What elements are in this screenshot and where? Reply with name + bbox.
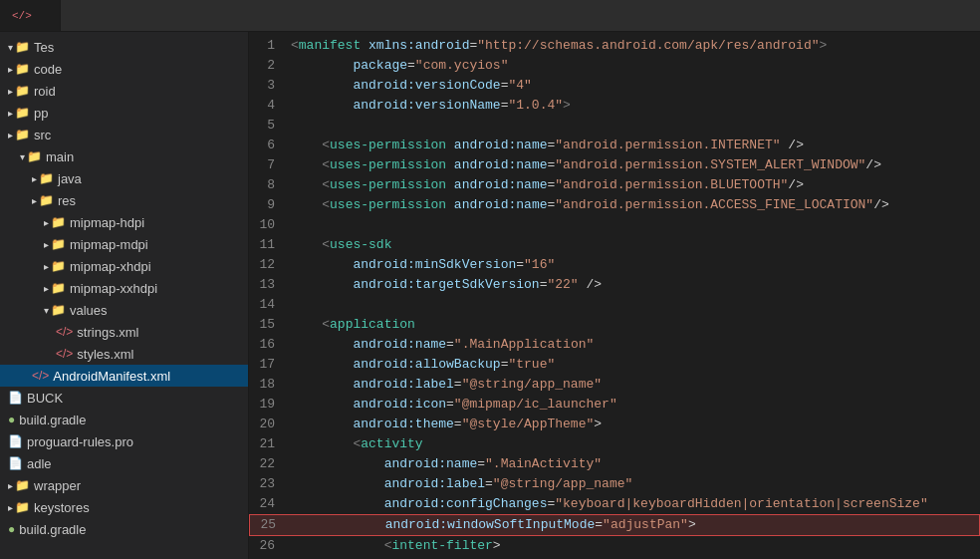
sidebar-item-adle[interactable]: 📄adle xyxy=(0,452,248,474)
file-icon: 📄 xyxy=(8,434,23,448)
folder-icon: 📁 xyxy=(15,84,30,98)
sidebar-item-res[interactable]: ▸📁res xyxy=(0,189,248,211)
line-content[interactable]: package="com.ycyios" xyxy=(291,56,972,76)
line-content[interactable]: <intent-filter> xyxy=(291,536,972,556)
line-content[interactable]: <uses-permission android:name="android.p… xyxy=(291,136,972,155)
line-content[interactable]: <uses-permission android:name="android.p… xyxy=(291,175,972,195)
line-content[interactable]: <uses-permission android:name="android.p… xyxy=(291,195,972,215)
folder-icon: 📁 xyxy=(51,259,66,273)
plain-token: = xyxy=(446,397,454,412)
editor-line-26: 26 <intent-filter> xyxy=(249,536,980,556)
sidebar-item-styles-xml[interactable]: </>styles.xml xyxy=(0,343,248,365)
editor-line-22: 22 android:name=".MainActivity" xyxy=(249,454,980,474)
sidebar-item-label: code xyxy=(34,62,62,77)
value-token: "android.permission.SYSTEM_ALERT_WINDOW" xyxy=(555,157,865,172)
tag-token: uses-permission xyxy=(330,197,446,212)
sidebar: ▾📁Tes▸📁code▸📁roid▸📁pp▸📁src▾📁main▸📁java▸📁… xyxy=(0,32,249,559)
value-token: "android.permission.BLUETOOTH" xyxy=(555,177,788,192)
line-content[interactable]: android:configChanges="keyboard|keyboard… xyxy=(291,494,972,514)
line-content[interactable]: android:name=".MainActivity" xyxy=(291,454,972,474)
line-content[interactable]: android:versionName="1.0.4"> xyxy=(291,96,972,116)
line-content[interactable]: android:windowSoftInputMode="adjustPan"> xyxy=(292,515,971,535)
line-content[interactable]: android:versionCode="4" xyxy=(291,76,972,96)
sidebar-item-mipmap-hdpi[interactable]: ▸📁mipmap-hdpi xyxy=(0,211,248,233)
line-number: 18 xyxy=(249,375,291,395)
plain-token xyxy=(291,157,322,172)
chevron-icon: ▸ xyxy=(8,86,13,97)
line-content[interactable]: android:label="@string/app_name" xyxy=(291,375,972,395)
sidebar-item-code[interactable]: ▸📁code xyxy=(0,58,248,80)
editor[interactable]: 1<manifest xmlns:android="http://schemas… xyxy=(249,32,980,559)
sidebar-item-values[interactable]: ▾📁values xyxy=(0,299,248,321)
sidebar-item-proguard[interactable]: 📄proguard-rules.pro xyxy=(0,430,248,452)
line-content[interactable]: android:allowBackup="true" xyxy=(291,355,972,375)
sidebar-item-label: java xyxy=(58,171,82,186)
line-content[interactable]: <uses-permission android:name="android.p… xyxy=(291,155,972,175)
sidebar-item-build-gradle[interactable]: ●build.gradle xyxy=(0,409,248,430)
chevron-icon: ▸ xyxy=(8,108,13,119)
editor-line-24: 24 android:configChanges="keyboard|keybo… xyxy=(249,494,980,514)
value-token: "true" xyxy=(508,357,555,372)
chevron-icon: ▸ xyxy=(32,173,37,184)
line-number: 14 xyxy=(249,295,291,315)
line-content[interactable]: android:name=".MainApplication" xyxy=(291,335,972,355)
bracket-token: < xyxy=(322,237,330,252)
sidebar-item-mipmap-xhdpi[interactable]: ▸📁mipmap-xhdpi xyxy=(0,255,248,277)
plain-token xyxy=(291,337,353,352)
line-content[interactable]: android:theme="@style/AppTheme"> xyxy=(291,415,972,434)
line-content[interactable]: android:targetSdkVersion="22" /> xyxy=(291,275,972,295)
line-number: 17 xyxy=(249,355,291,375)
value-token: "adjustPan" xyxy=(603,517,688,532)
line-content[interactable] xyxy=(291,215,972,235)
sidebar-item-main[interactable]: ▾📁main xyxy=(0,145,248,167)
tab-bar: </> xyxy=(0,0,980,32)
line-content[interactable] xyxy=(291,116,972,136)
sidebar-item-src[interactable]: ▸📁src xyxy=(0,124,248,145)
line-number: 12 xyxy=(249,255,291,275)
line-content[interactable]: <activity xyxy=(291,434,972,454)
sidebar-item-label: build.gradle xyxy=(19,522,86,537)
sidebar-item-label: mipmap-hdpi xyxy=(70,215,144,230)
sidebar-item-label: strings.xml xyxy=(77,325,138,340)
line-content[interactable]: android:icon="@mipmap/ic_launcher" xyxy=(291,395,972,415)
folder-icon: 📁 xyxy=(27,149,42,163)
line-content[interactable] xyxy=(291,295,972,315)
editor-line-14: 14 xyxy=(249,295,980,315)
attr-token: android:name xyxy=(446,157,547,172)
line-number: 7 xyxy=(249,155,291,175)
folder-icon: 📁 xyxy=(51,281,66,295)
file-tab[interactable]: </> xyxy=(0,0,61,31)
sidebar-item-pp[interactable]: ▸📁pp xyxy=(0,102,248,124)
sidebar-item-roid[interactable]: ▸📁roid xyxy=(0,80,248,102)
sidebar-item-strings-xml[interactable]: </>strings.xml xyxy=(0,321,248,343)
sidebar-item-androidmanifest[interactable]: </>AndroidManifest.xml xyxy=(0,365,248,387)
plain-token: = xyxy=(516,257,524,272)
attr-token: android:name xyxy=(446,177,547,192)
sidebar-item-tests[interactable]: ▾📁Tes xyxy=(0,36,248,58)
sidebar-item-label: res xyxy=(58,193,76,208)
sidebar-item-wrapper[interactable]: ▸📁wrapper xyxy=(0,474,248,496)
sidebar-item-build-gradle2[interactable]: ●build.gradle xyxy=(0,518,248,540)
line-content[interactable]: android:label="@string/app_name" xyxy=(291,474,972,494)
attr-token: android:name xyxy=(353,337,446,352)
line-content[interactable]: <manifest xmlns:android="http://schemas.… xyxy=(291,36,972,56)
plain-token xyxy=(291,237,322,252)
sidebar-item-keystores[interactable]: ▸📁keystores xyxy=(0,496,248,518)
tag-token: application xyxy=(330,317,415,332)
line-number: 3 xyxy=(249,76,291,96)
sidebar-item-mipmap-mdpi[interactable]: ▸📁mipmap-mdpi xyxy=(0,233,248,255)
sidebar-item-label: Tes xyxy=(34,40,54,55)
plain-token: = xyxy=(477,456,485,471)
sidebar-item-buck[interactable]: 📄BUCK xyxy=(0,387,248,409)
chevron-icon: ▸ xyxy=(44,239,49,250)
line-content[interactable]: <application xyxy=(291,315,972,335)
plain-token xyxy=(291,197,322,212)
sidebar-item-java[interactable]: ▸📁java xyxy=(0,167,248,189)
editor-line-10: 10 xyxy=(249,215,980,235)
line-content[interactable]: <uses-sdk xyxy=(291,235,972,255)
editor-line-4: 4 android:versionName="1.0.4"> xyxy=(249,96,980,116)
line-number: 19 xyxy=(249,395,291,415)
sidebar-item-mipmap-xxhdpi[interactable]: ▸📁mipmap-xxhdpi xyxy=(0,277,248,299)
line-content[interactable]: android:minSdkVersion="16" xyxy=(291,255,972,275)
attr-token: package xyxy=(353,58,407,73)
